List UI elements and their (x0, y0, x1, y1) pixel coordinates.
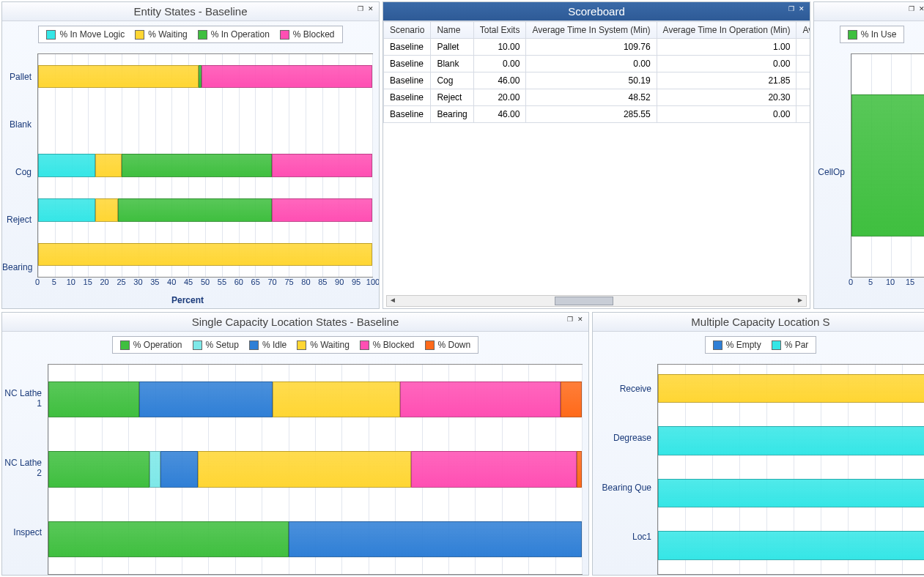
scoreboard-panel: Scoreboard ❐ ✕ ScenarioNameTotal ExitsAv… (382, 1, 810, 309)
legend-label: % Waiting (310, 340, 350, 350)
y-category: Cog (2, 167, 36, 177)
bar-segment (198, 451, 411, 488)
multi-cap-title-bar[interactable]: Multiple Capacity Location S (593, 313, 924, 332)
table-cell: Cog (431, 72, 473, 89)
bar-segment (149, 451, 160, 488)
scoreboard-title-bar[interactable]: Scoreboard ❐ ✕ (383, 2, 810, 21)
x-tick: 75 (284, 278, 293, 286)
bar-segment (38, 198, 95, 222)
scoreboard-table[interactable]: ScenarioNameTotal ExitsAverage Time In S… (383, 21, 810, 123)
close-icon[interactable]: ✕ (797, 5, 807, 14)
y-category: Receive (593, 384, 656, 394)
table-cell: Bearing (431, 106, 473, 123)
legend-label: % Waiting (148, 29, 188, 40)
table-cell: 10.00 (473, 39, 526, 56)
x-tick: 30 (133, 278, 142, 286)
multi-cap-legend: % Empty % Par (705, 336, 817, 354)
horizontal-scrollbar[interactable]: ◄ ► (386, 295, 807, 307)
restore-icon[interactable]: ❐ (355, 5, 366, 14)
panel-title: Scoreboard (568, 5, 625, 18)
bar-segment (272, 198, 372, 222)
bar-segment (561, 381, 582, 418)
x-axis: 05101520 (851, 278, 924, 289)
x-tick: 95 (352, 278, 361, 286)
table-header[interactable]: Name (431, 22, 473, 39)
table-row[interactable]: BaselineBlank0.000.000.00 (384, 56, 810, 72)
panel-title: Entity States - Baseline (133, 5, 247, 18)
bar-segment (851, 94, 924, 237)
restore-icon[interactable]: ❐ (786, 5, 797, 14)
table-row[interactable]: BaselineCog46.0050.1921.85 (384, 72, 810, 89)
y-category: Loc1 (593, 532, 656, 542)
y-category: Degrease (593, 433, 656, 443)
table-cell: Baseline (384, 56, 431, 72)
bar-segment (272, 154, 372, 177)
close-icon[interactable]: ✕ (366, 5, 376, 14)
bar-segment (38, 243, 372, 267)
table-row[interactable]: BaselinePallet10.00109.761.00 (384, 39, 810, 56)
x-tick: 20 (100, 278, 108, 286)
x-tick: 15 (906, 278, 914, 286)
x-tick: 0 (849, 278, 853, 286)
table-header[interactable]: Average Time In Operation (Min) (657, 22, 797, 39)
x-tick: 85 (318, 278, 327, 286)
legend-label: % Operation (133, 340, 182, 350)
scroll-thumb[interactable] (555, 297, 613, 305)
resource-title-bar[interactable]: ❐ ✕ (814, 2, 924, 21)
y-category: Pallet (2, 72, 36, 82)
resource-plot (851, 53, 924, 278)
x-tick: 45 (184, 278, 193, 286)
bar-segment (38, 154, 95, 177)
x-tick: 55 (218, 278, 226, 286)
table-cell (797, 72, 810, 89)
close-icon[interactable]: ✕ (575, 316, 585, 324)
bar-segment (658, 426, 924, 455)
x-axis-title: Percent (2, 295, 373, 305)
y-category: NC Lathe 2 (2, 458, 46, 478)
table-header[interactable]: Average Time In System (Min) (526, 22, 657, 39)
legend-label: % Setup (206, 340, 239, 350)
table-header[interactable]: Averag (797, 22, 810, 39)
bar-segment (95, 198, 119, 222)
bar-segment (273, 381, 401, 418)
close-icon[interactable]: ✕ (917, 5, 924, 14)
x-tick: 60 (234, 278, 243, 286)
table-cell: Baseline (384, 106, 431, 123)
x-tick: 100 (366, 278, 379, 286)
table-cell (797, 39, 810, 56)
y-category: NC Lathe 1 (2, 388, 46, 409)
table-cell: 50.19 (526, 72, 657, 89)
bar-segment (577, 451, 582, 488)
scroll-left-icon[interactable]: ◄ (387, 296, 399, 306)
table-cell: 285.55 (526, 106, 657, 123)
x-tick: 50 (201, 278, 210, 286)
restore-icon[interactable]: ❐ (565, 316, 575, 324)
x-tick: 15 (84, 278, 92, 286)
x-tick: 10 (886, 278, 895, 286)
table-cell: Baseline (384, 39, 431, 56)
bar-segment (48, 521, 289, 558)
restore-icon[interactable]: ❐ (906, 5, 917, 14)
bar-segment (139, 381, 273, 418)
y-category: Inspect (2, 527, 46, 537)
table-row[interactable]: BaselineBearing46.00285.550.00 (384, 106, 810, 123)
x-tick: 40 (167, 278, 176, 286)
table-cell: 109.76 (526, 39, 657, 56)
table-header[interactable]: Scenario (384, 22, 431, 39)
entity-states-title-bar[interactable]: Entity States - Baseline ❐ ✕ (2, 2, 379, 21)
x-axis: 0510152025303540455055606570758085909510… (37, 278, 373, 289)
table-header[interactable]: Total Exits (473, 22, 526, 39)
legend-label: % In Use (861, 29, 897, 40)
scroll-right-icon[interactable]: ► (794, 296, 806, 306)
x-tick: 25 (117, 278, 125, 286)
table-cell: 48.52 (526, 89, 657, 106)
legend-label: % Idle (262, 340, 287, 350)
table-cell: 46.00 (473, 72, 526, 89)
table-cell: 0.00 (526, 56, 657, 72)
entity-legend: % In Move Logic % Waiting % In Operation… (38, 26, 342, 43)
bar-segment (48, 451, 149, 488)
single-cap-title-bar[interactable]: Single Capacity Location States - Baseli… (2, 313, 588, 332)
table-row[interactable]: BaselineReject20.0048.5220.30 (384, 89, 810, 106)
bar-segment (95, 154, 122, 177)
x-tick: 80 (301, 278, 310, 286)
